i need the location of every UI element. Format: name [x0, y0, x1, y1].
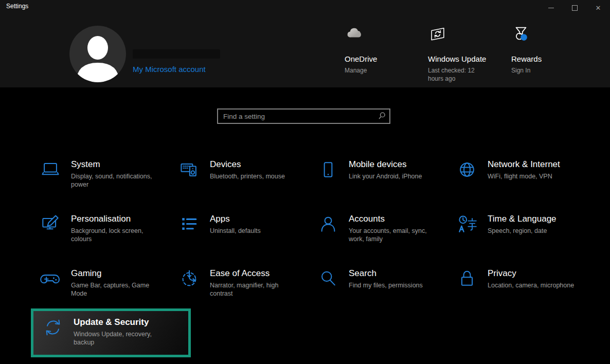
- category-subtitle: Your accounts, email, sync, work, family: [349, 227, 439, 243]
- category-tile-ease-of-access[interactable]: Ease of AccessNarrator, magnifier, high …: [170, 259, 309, 314]
- category-tile-update-security[interactable]: Update & SecurityWindows Update, recover…: [31, 308, 191, 357]
- gamepad-icon: [39, 267, 62, 290]
- category-subtitle: Narrator, magnifier, high contrast: [210, 281, 300, 298]
- account-name-redacted: [133, 49, 220, 59]
- category-text: GamingGame Bar, captures, Game Mode: [71, 267, 161, 298]
- category-tile-mobile-devices[interactable]: Mobile devicesLink your Android, iPhone: [309, 150, 447, 205]
- devices-icon: [178, 158, 201, 181]
- category-title: Personalisation: [71, 214, 161, 224]
- category-subtitle: Link your Android, iPhone: [349, 172, 422, 180]
- close-icon: ✕: [596, 5, 601, 11]
- magnifier-icon: [317, 267, 339, 290]
- category-subtitle: Display, sound, notifications, power: [71, 172, 161, 189]
- category-title: Ease of Access: [210, 268, 300, 279]
- category-text: Update & SecurityWindows Update, recover…: [74, 316, 164, 347]
- laptop-icon: [39, 158, 62, 181]
- windows-update-icon: [428, 25, 447, 45]
- maximize-button[interactable]: [563, 0, 586, 15]
- category-text: Ease of AccessNarrator, magnifier, high …: [210, 267, 300, 298]
- category-title: Mobile devices: [349, 159, 422, 170]
- category-tile-personalisation[interactable]: PersonalisationBackground, lock screen, …: [31, 205, 170, 259]
- category-tile-privacy[interactable]: PrivacyLocation, camera, microphone: [447, 259, 586, 314]
- category-title: Devices: [210, 159, 285, 170]
- maximize-icon: [572, 5, 578, 11]
- category-tile-search[interactable]: SearchFind my files, permissions: [309, 259, 447, 314]
- category-text: Network & InternetWiFi, flight mode, VPN: [488, 158, 560, 180]
- category-tile-network-internet[interactable]: Network & InternetWiFi, flight mode, VPN: [447, 150, 586, 205]
- lock-icon: [456, 267, 478, 290]
- category-text: SystemDisplay, sound, notifications, pow…: [71, 158, 161, 189]
- microsoft-account-link[interactable]: My Microsoft account: [133, 65, 206, 74]
- search-input[interactable]: [217, 108, 390, 124]
- category-subtitle: Location, camera, microphone: [488, 281, 574, 289]
- category-subtitle: Find my files, permissions: [349, 281, 423, 289]
- personalisation-icon: [39, 213, 62, 235]
- user-avatar[interactable]: [69, 26, 126, 82]
- category-subtitle: WiFi, flight mode, VPN: [488, 172, 560, 180]
- category-title: Gaming: [71, 268, 161, 279]
- close-button[interactable]: ✕: [586, 0, 610, 15]
- quick-item-subtitle: Sign In: [511, 66, 563, 75]
- category-tile-gaming[interactable]: GamingGame Bar, captures, Game Mode: [31, 259, 170, 314]
- category-text: Mobile devicesLink your Android, iPhone: [349, 158, 422, 180]
- category-title: System: [71, 159, 161, 170]
- category-text: PersonalisationBackground, lock screen, …: [71, 213, 161, 243]
- settings-window: Settings ✕ My Microsoft account OneDrive…: [0, 0, 610, 364]
- category-text: AppsUninstall, defaults: [210, 213, 261, 235]
- window-title: Settings: [6, 3, 28, 10]
- category-subtitle: Windows Update, recovery, backup: [74, 330, 164, 347]
- globe-icon: [456, 158, 478, 181]
- category-subtitle: Bluetooth, printers, mouse: [210, 172, 285, 180]
- category-tile-apps[interactable]: AppsUninstall, defaults: [170, 205, 309, 259]
- quick-item-subtitle: Last checked: 12 hours ago: [428, 66, 479, 83]
- rewards-medal-icon: [511, 25, 531, 45]
- phone-icon: [317, 158, 339, 181]
- category-tile-devices[interactable]: DevicesBluetooth, printers, mouse: [170, 150, 309, 205]
- window-controls: ✕: [539, 0, 610, 15]
- category-title: Network & Internet: [488, 159, 560, 170]
- category-title: Time & Language: [488, 214, 557, 224]
- ease-of-access-icon: [178, 267, 201, 290]
- category-subtitle: Uninstall, defaults: [210, 227, 261, 235]
- quick-item-title: Windows Update: [428, 54, 486, 63]
- time-language-icon: [456, 213, 478, 235]
- quick-item-windows-update[interactable]: Windows UpdateLast checked: 12 hours ago: [428, 25, 486, 83]
- category-text: DevicesBluetooth, printers, mouse: [210, 158, 285, 180]
- minimize-icon: [548, 8, 554, 8]
- category-text: PrivacyLocation, camera, microphone: [488, 267, 574, 289]
- category-title: Search: [349, 268, 423, 279]
- category-title: Accounts: [349, 214, 439, 224]
- minimize-button[interactable]: [539, 0, 563, 15]
- category-tile-time-language[interactable]: Time & LanguageSpeech, region, date: [447, 205, 586, 259]
- sync-icon: [42, 316, 64, 339]
- onedrive-cloud-icon: [345, 25, 364, 45]
- category-tile-system[interactable]: SystemDisplay, sound, notifications, pow…: [31, 150, 170, 205]
- quick-item-rewards[interactable]: RewardsSign In: [511, 25, 569, 83]
- user-silhouette-icon: [69, 26, 126, 82]
- quick-item-title: OneDrive: [345, 54, 402, 63]
- header-quick-items: OneDriveManageWindows UpdateLast checked…: [345, 25, 569, 83]
- category-text: SearchFind my files, permissions: [349, 267, 423, 289]
- search-box: [217, 108, 390, 124]
- person-icon: [317, 213, 339, 235]
- category-tile-accounts[interactable]: AccountsYour accounts, email, sync, work…: [309, 205, 447, 259]
- category-text: Time & LanguageSpeech, region, date: [488, 213, 557, 235]
- quick-item-title: Rewards: [511, 54, 569, 63]
- settings-categories-grid: SystemDisplay, sound, notifications, pow…: [31, 150, 586, 364]
- category-title: Privacy: [488, 268, 574, 279]
- category-subtitle: Background, lock screen, colours: [71, 227, 161, 243]
- apps-icon: [178, 213, 201, 235]
- category-text: AccountsYour accounts, email, sync, work…: [349, 213, 439, 243]
- category-title: Apps: [210, 214, 261, 224]
- quick-item-onedrive[interactable]: OneDriveManage: [345, 25, 402, 83]
- category-subtitle: Game Bar, captures, Game Mode: [71, 281, 161, 298]
- category-subtitle: Speech, region, date: [488, 227, 557, 235]
- category-title: Update & Security: [74, 317, 164, 327]
- quick-item-subtitle: Manage: [345, 66, 396, 75]
